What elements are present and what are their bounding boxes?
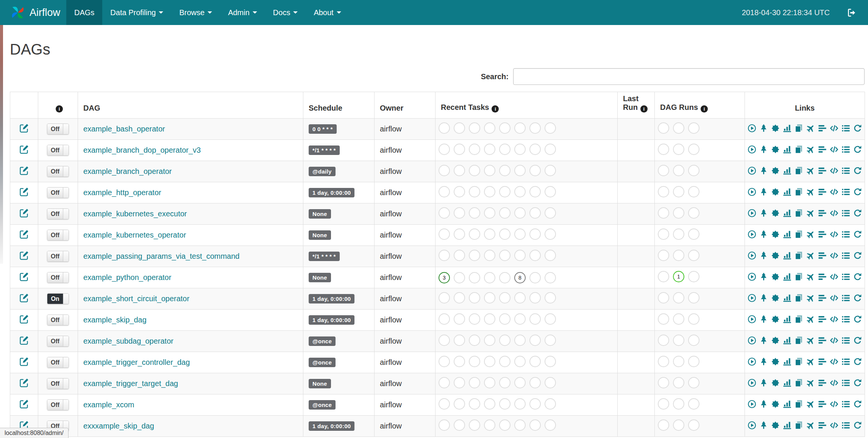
logs-icon[interactable] bbox=[841, 272, 850, 281]
logs-icon[interactable] bbox=[841, 145, 850, 154]
task-tries-icon[interactable] bbox=[795, 188, 803, 196]
refresh-icon[interactable] bbox=[853, 379, 862, 387]
logs-icon[interactable] bbox=[841, 400, 850, 408]
landing-times-icon[interactable] bbox=[806, 124, 815, 133]
tree-view-icon[interactable] bbox=[759, 294, 768, 302]
task-duration-icon[interactable] bbox=[783, 230, 792, 239]
dag-pause-toggle[interactable]: Off bbox=[47, 145, 69, 156]
refresh-icon[interactable] bbox=[853, 315, 862, 324]
refresh-icon[interactable] bbox=[853, 421, 862, 430]
code-view-icon[interactable] bbox=[830, 209, 838, 217]
gantt-icon[interactable] bbox=[818, 209, 827, 217]
code-view-icon[interactable] bbox=[830, 272, 838, 281]
dag-link[interactable]: example_bash_operator bbox=[83, 125, 165, 133]
gantt-icon[interactable] bbox=[818, 336, 827, 345]
dag-link[interactable]: example_python_operator bbox=[83, 273, 171, 282]
task-tries-icon[interactable] bbox=[795, 145, 803, 154]
trigger-dag-icon[interactable] bbox=[748, 251, 756, 260]
refresh-icon[interactable] bbox=[853, 209, 862, 217]
trigger-dag-icon[interactable] bbox=[748, 336, 756, 345]
dag-link[interactable]: example_branch_operator bbox=[83, 167, 172, 175]
trigger-dag-icon[interactable] bbox=[748, 421, 756, 430]
edit-dag-icon[interactable] bbox=[20, 336, 29, 345]
edit-dag-icon[interactable] bbox=[20, 399, 29, 408]
logs-icon[interactable] bbox=[841, 209, 850, 217]
gantt-icon[interactable] bbox=[818, 166, 827, 175]
code-view-icon[interactable] bbox=[830, 124, 838, 133]
gantt-icon[interactable] bbox=[818, 400, 827, 408]
refresh-icon[interactable] bbox=[853, 400, 862, 408]
nav-item-admin[interactable]: Admin bbox=[220, 0, 265, 25]
task-duration-icon[interactable] bbox=[783, 166, 792, 175]
dag-link[interactable]: example_http_operator bbox=[83, 188, 161, 197]
tree-view-icon[interactable] bbox=[759, 421, 768, 430]
edit-dag-icon[interactable] bbox=[20, 166, 29, 175]
tree-view-icon[interactable] bbox=[759, 357, 768, 366]
gantt-icon[interactable] bbox=[818, 251, 827, 260]
gantt-icon[interactable] bbox=[818, 421, 827, 430]
landing-times-icon[interactable] bbox=[806, 294, 815, 302]
task-tries-icon[interactable] bbox=[795, 251, 803, 260]
code-view-icon[interactable] bbox=[830, 188, 838, 196]
nav-item-about[interactable]: About bbox=[306, 0, 349, 25]
landing-times-icon[interactable] bbox=[806, 315, 815, 324]
dag-link[interactable]: example_skip_dag bbox=[83, 316, 147, 324]
refresh-icon[interactable] bbox=[853, 357, 862, 366]
logs-icon[interactable] bbox=[841, 294, 850, 302]
refresh-icon[interactable] bbox=[853, 230, 862, 239]
trigger-dag-icon[interactable] bbox=[748, 379, 756, 387]
task-tries-icon[interactable] bbox=[795, 230, 803, 239]
landing-times-icon[interactable] bbox=[806, 357, 815, 366]
code-view-icon[interactable] bbox=[830, 294, 838, 302]
brand[interactable]: Airflow bbox=[10, 0, 60, 25]
dag-link[interactable]: example_short_circuit_operator bbox=[83, 294, 189, 303]
graph-view-icon[interactable] bbox=[771, 251, 780, 260]
task-duration-icon[interactable] bbox=[783, 145, 792, 154]
dag-pause-toggle[interactable]: Off bbox=[47, 208, 69, 219]
task-tries-icon[interactable] bbox=[795, 272, 803, 281]
code-view-icon[interactable] bbox=[830, 400, 838, 408]
nav-item-data-profiling[interactable]: Data Profiling bbox=[102, 0, 171, 25]
gantt-icon[interactable] bbox=[818, 379, 827, 387]
refresh-icon[interactable] bbox=[853, 251, 862, 260]
dag-link[interactable]: example_kubernetes_executor bbox=[83, 210, 187, 218]
trigger-dag-icon[interactable] bbox=[748, 145, 756, 154]
landing-times-icon[interactable] bbox=[806, 145, 815, 154]
code-view-icon[interactable] bbox=[830, 230, 838, 239]
landing-times-icon[interactable] bbox=[806, 272, 815, 281]
task-tries-icon[interactable] bbox=[795, 294, 803, 302]
search-input[interactable] bbox=[513, 68, 865, 85]
edit-dag-icon[interactable] bbox=[20, 145, 29, 154]
task-tries-icon[interactable] bbox=[795, 209, 803, 217]
gantt-icon[interactable] bbox=[818, 145, 827, 154]
dag-pause-toggle[interactable]: Off bbox=[47, 357, 69, 368]
code-view-icon[interactable] bbox=[830, 251, 838, 260]
edit-dag-icon[interactable] bbox=[20, 124, 29, 133]
code-view-icon[interactable] bbox=[830, 145, 838, 154]
logs-icon[interactable] bbox=[841, 188, 850, 196]
task-tries-icon[interactable] bbox=[795, 315, 803, 324]
graph-view-icon[interactable] bbox=[771, 209, 780, 217]
task-duration-icon[interactable] bbox=[783, 124, 792, 133]
task-duration-icon[interactable] bbox=[783, 357, 792, 366]
tree-view-icon[interactable] bbox=[759, 230, 768, 239]
tree-view-icon[interactable] bbox=[759, 166, 768, 175]
nav-item-docs[interactable]: Docs bbox=[265, 0, 306, 25]
dag-pause-toggle[interactable]: Off bbox=[47, 314, 69, 325]
logs-icon[interactable] bbox=[841, 357, 850, 366]
landing-times-icon[interactable] bbox=[806, 379, 815, 387]
task-state-circle[interactable]: 8 bbox=[514, 272, 526, 283]
logs-icon[interactable] bbox=[841, 251, 850, 260]
refresh-icon[interactable] bbox=[853, 166, 862, 175]
landing-times-icon[interactable] bbox=[806, 230, 815, 239]
graph-view-icon[interactable] bbox=[771, 124, 780, 133]
gantt-icon[interactable] bbox=[818, 272, 827, 281]
edit-dag-icon[interactable] bbox=[20, 357, 29, 366]
edit-dag-icon[interactable] bbox=[20, 378, 29, 387]
graph-view-icon[interactable] bbox=[771, 230, 780, 239]
logs-icon[interactable] bbox=[841, 230, 850, 239]
dag-pause-toggle[interactable]: Off bbox=[47, 272, 69, 283]
tree-view-icon[interactable] bbox=[759, 336, 768, 345]
trigger-dag-icon[interactable] bbox=[748, 357, 756, 366]
trigger-dag-icon[interactable] bbox=[748, 272, 756, 281]
